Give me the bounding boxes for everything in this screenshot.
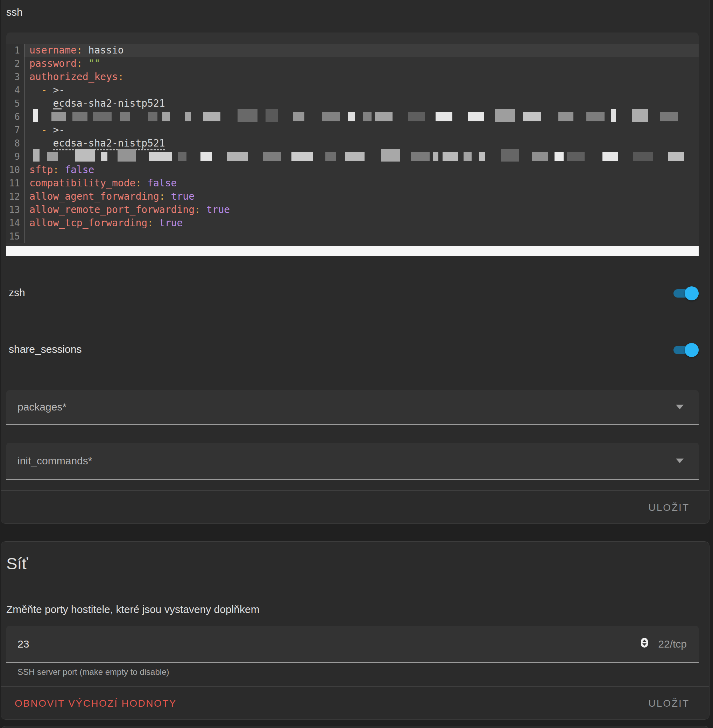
code-token: : <box>77 45 82 56</box>
redacted-pixel-block <box>381 149 400 162</box>
code-line[interactable]: 5 ecdsa-sha2-nistp521 <box>6 97 699 110</box>
packages-select[interactable]: packages* <box>6 390 699 425</box>
redacted-pixel-block <box>266 109 278 122</box>
code-token: false <box>59 164 94 176</box>
code-line[interactable]: 15 <box>6 230 699 243</box>
code-token: - <box>41 84 47 96</box>
port-helper-text: SSH server port (make empty to disable) <box>18 667 169 677</box>
redacted-pixel-block <box>408 112 425 121</box>
code-token: : <box>77 58 82 69</box>
code-line[interactable]: 6 <box>6 110 699 124</box>
port-suffix-label: 22/tcp <box>658 638 687 650</box>
stepper-down-arrow-icon[interactable] <box>642 643 646 646</box>
share-sessions-toggle[interactable] <box>673 346 699 354</box>
redacted-pixel-block <box>291 152 313 161</box>
code-token: username <box>29 45 77 56</box>
code-line[interactable]: 2password: "" <box>6 57 699 70</box>
network-section-description: Změňte porty hostitele, které jsou vysta… <box>6 603 260 615</box>
redacted-key-line <box>24 150 699 163</box>
number-stepper-icon[interactable] <box>641 638 648 648</box>
init-commands-select-label: init_commands* <box>18 455 92 467</box>
editor-horizontal-scrollbar[interactable] <box>6 246 699 256</box>
redacted-pixel-block <box>632 109 648 122</box>
code-line-content: ecdsa-sha2-nistp521 <box>24 97 699 110</box>
code-token: hassio <box>82 45 124 56</box>
code-token: false <box>141 177 177 189</box>
code-line[interactable]: 4 - >- <box>6 83 699 97</box>
save-config-button[interactable]: ULOŽIT <box>646 502 692 514</box>
save-network-button[interactable]: ULOŽIT <box>646 698 692 709</box>
init-commands-select[interactable]: init_commands* <box>6 443 699 480</box>
code-line[interactable]: 10sftp: false <box>6 163 699 177</box>
ssh-port-input[interactable]: 23 22/tcp <box>6 626 699 663</box>
line-number: 9 <box>6 150 24 163</box>
code-token: allow_tcp_forwarding <box>29 217 147 229</box>
redacted-pixel-block <box>603 152 618 161</box>
redacted-pixel-block <box>47 152 58 161</box>
line-number: 6 <box>6 110 24 124</box>
code-line[interactable]: 11compatibility_mode: false <box>6 177 699 190</box>
redacted-pixel-block <box>118 149 136 162</box>
redacted-pixel-block <box>33 149 40 162</box>
code-line[interactable]: 13allow_remote_port_forwarding: true <box>6 203 699 216</box>
redacted-pixel-block <box>33 109 38 122</box>
port-input-value[interactable]: 23 <box>18 638 29 650</box>
code-line[interactable]: 3authorized_keys: <box>6 70 699 83</box>
redacted-pixel-block <box>101 152 107 161</box>
code-token: allow_agent_forwarding <box>29 191 159 202</box>
code-line[interactable]: 8 ecdsa-sha2-nistp521 <box>6 137 699 150</box>
code-token: ecdsa-sha2-nistp521 <box>53 137 165 150</box>
reset-defaults-button[interactable]: OBNOVIT VÝCHOZÍ HODNOTY <box>13 698 179 709</box>
code-line[interactable]: 14allow_tcp_forwarding: true <box>6 216 699 230</box>
redacted-pixel-block <box>468 112 484 121</box>
code-token <box>29 98 53 109</box>
redacted-pixel-block <box>375 112 392 121</box>
code-token <box>29 137 53 149</box>
code-line-content: password: "" <box>24 57 699 70</box>
code-line[interactable]: 9 <box>6 150 699 163</box>
code-line-content: - >- <box>24 124 699 137</box>
line-number: 12 <box>6 190 24 203</box>
line-number: 4 <box>6 83 24 97</box>
code-token: true <box>153 217 183 229</box>
redacted-pixel-block <box>532 152 548 161</box>
zsh-option-label: zsh <box>9 287 25 299</box>
code-line-content: - >- <box>24 83 699 97</box>
line-number: 13 <box>6 203 24 216</box>
code-token: : <box>136 177 141 189</box>
stepper-up-arrow-icon[interactable] <box>642 640 646 642</box>
redacted-pixel-block <box>75 149 95 162</box>
line-number: 11 <box>6 177 24 190</box>
redacted-pixel-block <box>464 152 471 161</box>
addon-configuration-page: ssh 1username: hassio2password: ""3autho… <box>0 0 713 728</box>
zsh-toggle[interactable] <box>673 289 699 298</box>
line-number: 10 <box>6 163 24 177</box>
toggle-knob <box>685 286 699 300</box>
redacted-pixel-block <box>363 112 371 121</box>
code-token: allow_remote_port_forwarding <box>29 204 194 215</box>
code-line-content: compatibility_mode: false <box>24 177 699 190</box>
redacted-pixel-block <box>120 112 130 121</box>
line-number: 8 <box>6 137 24 150</box>
yaml-editor[interactable]: 1username: hassio2password: ""3authorize… <box>6 33 699 246</box>
redacted-pixel-block <box>411 152 430 161</box>
line-number: 1 <box>6 44 24 57</box>
redacted-key-line <box>24 110 699 124</box>
redacted-pixel-block <box>237 109 258 122</box>
code-line[interactable]: 7 - >- <box>6 124 699 137</box>
code-token: true <box>200 204 230 215</box>
redacted-pixel-block <box>633 152 653 161</box>
line-number: 3 <box>6 70 24 83</box>
redacted-pixel-block <box>322 112 340 121</box>
code-line-content: allow_remote_port_forwarding: true <box>24 203 699 216</box>
code-token: >- <box>47 84 65 96</box>
redacted-pixel-block <box>148 112 157 121</box>
code-line[interactable]: 12allow_agent_forwarding: true <box>6 190 699 203</box>
line-number: 15 <box>6 230 24 243</box>
code-line[interactable]: 1username: hassio <box>6 44 699 57</box>
redacted-pixel-block <box>263 152 281 161</box>
code-token: "" <box>82 58 100 69</box>
redacted-pixel-block <box>348 112 355 121</box>
redacted-pixel-block <box>436 112 452 121</box>
card-footer-divider <box>1 490 710 491</box>
